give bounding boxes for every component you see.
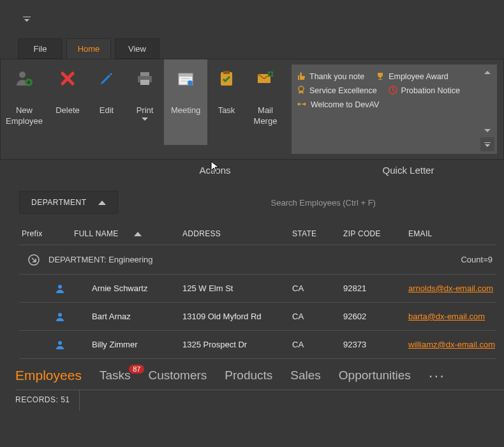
svg-rect-4 (140, 80, 149, 85)
app-menu-icon[interactable] (23, 17, 31, 22)
print-label: Print (137, 105, 154, 121)
gallery-scroll-down[interactable] (484, 129, 491, 132)
nav-opportunities[interactable]: Opportunities (339, 368, 411, 383)
col-address[interactable]: ADDRESS (182, 229, 292, 238)
quick-welcome[interactable]: Welcome to DevAV (297, 100, 379, 110)
mail-merge-icon (256, 70, 274, 87)
group-panel-text: DEPARTMENT (31, 198, 87, 207)
nav-tasks[interactable]: Tasks 87 (100, 368, 131, 383)
cell-address: 13109 Old Myford Rd (182, 312, 292, 321)
person-add-icon (15, 70, 33, 87)
cell-state: CA (292, 284, 343, 293)
person-icon (19, 312, 74, 322)
person-icon (19, 284, 74, 294)
nav-products[interactable]: Products (225, 368, 272, 383)
status-bar: RECORDS: 51 (15, 390, 504, 411)
edit-icon (99, 70, 114, 87)
svg-point-18 (58, 313, 62, 317)
svg-point-14 (299, 86, 304, 91)
search-input[interactable]: Search Employees (Ctrl + F) (271, 198, 496, 208)
quick-award[interactable]: Employee Award (376, 72, 448, 82)
svg-rect-2 (140, 72, 149, 76)
bottom-nav: Employees Tasks 87 Customers Products Sa… (0, 359, 504, 390)
col-prefix[interactable]: Prefix (19, 229, 74, 238)
cell-address: 1325 Prospect Dr (182, 340, 292, 349)
tab-view[interactable]: View (115, 38, 159, 59)
delete-label: Delete (56, 105, 80, 116)
ribbon-tabs: File Home View (0, 38, 504, 59)
quick-thank-you-label: Thank you note (309, 72, 364, 81)
new-employee-label: New Employee (6, 105, 43, 127)
svg-rect-11 (223, 71, 230, 74)
svg-point-17 (58, 285, 62, 289)
cell-zip: 92602 (343, 312, 408, 321)
meeting-label: Meeting (171, 105, 200, 116)
table-row[interactable]: Arnie Schwartz125 W Elm StCA92821arnolds… (19, 275, 496, 303)
delete-icon (60, 70, 75, 87)
gallery-menu-button[interactable] (480, 137, 494, 151)
cell-email[interactable]: arnolds@dx-email.com (408, 284, 496, 293)
quick-award-label: Employee Award (389, 72, 448, 81)
ribbon: New Employee Delete Edit (0, 59, 504, 160)
task-label: Task (218, 105, 235, 116)
cell-state: CA (292, 340, 343, 349)
print-icon (137, 70, 153, 87)
calendar-icon (177, 70, 194, 87)
new-employee-button[interactable]: New Employee (1, 59, 48, 145)
cell-zip: 92373 (343, 340, 408, 349)
mail-merge-label: Mail Merge (254, 105, 278, 127)
mail-merge-button[interactable]: Mail Merge (246, 59, 285, 145)
quick-excellence[interactable]: Service Excellence (297, 86, 377, 96)
ribbon-group-labels: Actions Quick Letter (0, 160, 504, 181)
svg-point-0 (19, 72, 26, 78)
nav-sales[interactable]: Sales (290, 368, 321, 383)
sort-asc-icon (134, 232, 142, 236)
svg-point-9 (188, 80, 193, 86)
tasks-badge: 87 (129, 365, 144, 374)
cell-email[interactable]: barta@dx-email.com (408, 312, 496, 321)
svg-point-19 (58, 341, 62, 345)
quick-probation-label: Probation Notice (401, 86, 460, 95)
nav-more[interactable]: ··· (429, 367, 445, 384)
cell-name: Billy Zimmer (74, 340, 182, 349)
group-row-count: Count=9 (461, 255, 496, 264)
task-button[interactable]: Task (207, 59, 246, 145)
cell-address: 125 W Elm St (182, 284, 292, 293)
meeting-button[interactable]: Meeting (164, 59, 207, 145)
arrows-icon (297, 100, 307, 110)
col-state[interactable]: STATE (292, 229, 343, 238)
col-email[interactable]: EMAIL (408, 229, 496, 238)
nav-customers[interactable]: Customers (148, 368, 207, 383)
cell-email[interactable]: williamz@dx-email.com (408, 340, 496, 349)
tab-file[interactable]: File (18, 38, 63, 59)
nav-employees[interactable]: Employees (15, 368, 82, 383)
group-row[interactable]: DEPARTMENT: Engineering Count=9 (19, 245, 496, 275)
table-row[interactable]: Bart Arnaz13109 Old Myford RdCA92602bart… (19, 303, 496, 331)
col-fullname-text: FULL NAME (74, 229, 119, 238)
records-count: RECORDS: 51 (15, 390, 80, 411)
delete-button[interactable]: Delete (48, 59, 87, 145)
group-panel-chip[interactable]: DEPARTMENT (19, 191, 118, 214)
cell-name: Arnie Schwartz (74, 284, 182, 293)
column-headers: Prefix FULL NAME ADDRESS STATE ZIP CODE … (19, 229, 496, 245)
actions-group-label: Actions (0, 165, 313, 176)
gallery-scroll-up[interactable] (484, 71, 491, 74)
quick-thank-you[interactable]: Thank you note (297, 72, 364, 82)
collapse-icon (19, 254, 48, 266)
tab-home[interactable]: Home (66, 38, 111, 59)
group-row-label: DEPARTMENT: Engineering (48, 255, 461, 264)
print-button[interactable]: Print (126, 59, 164, 145)
edit-button[interactable]: Edit (87, 59, 126, 145)
quick-letter-gallery: Thank you note Employee Award Service Ex… (292, 64, 497, 154)
edit-label: Edit (100, 105, 114, 116)
cell-zip: 92821 (343, 284, 408, 293)
print-text: Print (137, 105, 154, 116)
quick-probation[interactable]: Probation Notice (389, 86, 460, 96)
sort-asc-icon (98, 201, 106, 205)
col-zip[interactable]: ZIP CODE (343, 229, 408, 238)
award-icon (297, 86, 306, 96)
chevron-down-icon (142, 117, 148, 121)
task-icon (219, 70, 233, 87)
table-row[interactable]: Billy Zimmer1325 Prospect DrCA92373willi… (19, 331, 496, 359)
col-fullname[interactable]: FULL NAME (74, 229, 182, 238)
